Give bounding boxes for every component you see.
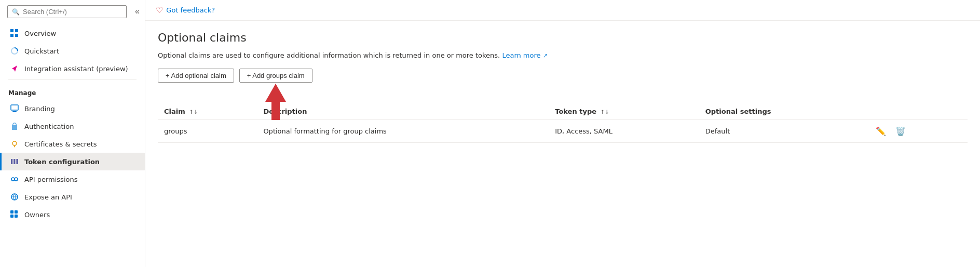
svg-rect-3 — [15, 34, 18, 37]
quickstart-icon — [10, 46, 19, 56]
claim-cell: groups — [158, 120, 257, 143]
sidebar-item-certificates[interactable]: Certificates & secrets — [0, 135, 145, 153]
svg-rect-7 — [11, 159, 12, 164]
integration-icon — [10, 64, 19, 73]
actions-row: + Add optional claim + Add groups claim — [158, 69, 968, 83]
table-header-actions — [867, 103, 968, 120]
certs-icon — [10, 139, 19, 149]
sidebar-nav: Overview Quickstart Integration assistan… — [0, 22, 145, 225]
sidebar-item-quickstart-label: Quickstart — [24, 47, 59, 55]
svg-rect-2 — [10, 34, 13, 37]
sidebar-item-token-label: Token configuration — [24, 158, 100, 166]
svg-rect-17 — [10, 215, 13, 218]
svg-rect-0 — [10, 29, 13, 32]
sidebar-item-expose-api-label: Expose an API — [24, 193, 72, 201]
owners-icon — [10, 210, 19, 219]
svg-point-12 — [11, 178, 15, 181]
sidebar-item-integration-label: Integration assistant (preview) — [24, 65, 128, 73]
svg-rect-10 — [16, 159, 17, 164]
sidebar-item-integration[interactable]: Integration assistant (preview) — [0, 60, 145, 77]
manage-section-label: Manage — [0, 82, 145, 100]
search-icon: 🔍 — [12, 8, 20, 16]
svg-rect-4 — [11, 105, 18, 110]
top-bar[interactable]: ♡ Got feedback? — [145, 0, 980, 21]
learn-more-link[interactable]: Learn more ↗ — [502, 51, 548, 59]
row-actions-cell: ✏️ 🗑️ — [867, 120, 968, 143]
sidebar-item-branding-label: Branding — [24, 105, 55, 113]
sidebar-item-owners[interactable]: Owners — [0, 206, 145, 223]
table-header-description: Description — [257, 103, 549, 120]
arrow-annotation — [260, 84, 291, 120]
sidebar: 🔍 « Overview Quickstart Integration assi… — [0, 0, 145, 267]
svg-rect-18 — [15, 215, 18, 218]
sidebar-item-branding[interactable]: Branding — [0, 100, 145, 117]
token-icon — [10, 157, 19, 166]
svg-rect-15 — [10, 210, 13, 213]
add-groups-claim-label: + Add groups claim — [247, 72, 305, 79]
branding-icon — [10, 104, 19, 113]
sidebar-item-authentication-label: Authentication — [24, 123, 74, 130]
sidebar-item-api-permissions[interactable]: API permissions — [0, 170, 145, 188]
optional-settings-cell: Default — [699, 120, 867, 143]
sidebar-item-authentication[interactable]: Authentication — [0, 117, 145, 135]
collapse-button[interactable]: « — [132, 4, 143, 19]
svg-rect-5 — [12, 111, 17, 112]
api-permissions-icon — [10, 175, 19, 184]
sidebar-item-certificates-label: Certificates & secrets — [24, 140, 97, 148]
description-cell: Optional formatting for group claims — [257, 120, 549, 143]
overview-icon — [10, 29, 19, 38]
add-optional-claim-button[interactable]: + Add optional claim — [158, 69, 234, 83]
sidebar-item-api-permissions-label: API permissions — [24, 176, 77, 183]
claim-sort-icon[interactable]: ↑↓ — [189, 109, 198, 115]
svg-rect-8 — [12, 159, 13, 164]
table-header-claim: Claim ↑↓ — [158, 103, 257, 120]
search-input[interactable] — [23, 8, 122, 16]
svg-point-6 — [12, 141, 17, 145]
expose-api-icon — [10, 192, 19, 202]
feedback-label: Got feedback? — [166, 6, 215, 14]
svg-rect-1 — [15, 29, 18, 32]
external-link-icon: ↗ — [543, 52, 548, 59]
delete-button[interactable]: 🗑️ — [893, 125, 908, 137]
manage-divider — [8, 79, 137, 80]
sidebar-item-expose-api[interactable]: Expose an API — [0, 188, 145, 206]
page-title: Optional claims — [158, 31, 968, 44]
token-type-cell: ID, Access, SAML — [549, 120, 699, 143]
svg-rect-16 — [15, 210, 18, 213]
table-header-token-type: Token type ↑↓ — [549, 103, 699, 120]
sidebar-item-owners-label: Owners — [24, 211, 50, 219]
table-row: groups Optional formatting for group cla… — [158, 120, 968, 143]
token-type-sort-icon[interactable]: ↑↓ — [601, 109, 609, 115]
auth-icon — [10, 122, 19, 131]
table-header-optional-settings: Optional settings — [699, 103, 867, 120]
row-actions: ✏️ 🗑️ — [874, 125, 961, 137]
svg-marker-19 — [265, 84, 286, 120]
feedback-heart-icon: ♡ — [156, 5, 163, 15]
search-box[interactable]: 🔍 — [7, 5, 127, 18]
sidebar-item-quickstart[interactable]: Quickstart — [0, 42, 145, 60]
main-content: ♡ Got feedback? Optional claims Optional… — [145, 0, 980, 267]
sidebar-item-overview-label: Overview — [24, 30, 56, 37]
svg-point-13 — [15, 178, 18, 181]
add-groups-claim-button[interactable]: + Add groups claim — [239, 69, 312, 83]
sidebar-item-overview[interactable]: Overview — [0, 24, 145, 42]
add-optional-claim-label: + Add optional claim — [166, 72, 226, 79]
edit-button[interactable]: ✏️ — [874, 125, 888, 137]
sidebar-item-token[interactable]: Token configuration — [0, 153, 145, 170]
description-text: Optional claims are used to configure ad… — [158, 51, 968, 59]
content-area: Optional claims Optional claims are used… — [145, 21, 980, 267]
svg-rect-9 — [14, 159, 15, 164]
svg-rect-11 — [17, 159, 18, 164]
